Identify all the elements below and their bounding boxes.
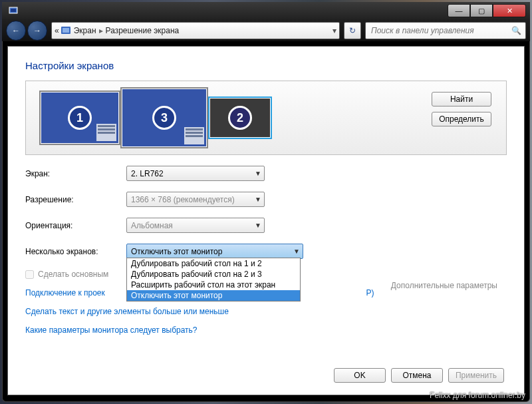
- advanced-link[interactable]: Дополнительные параметры: [391, 281, 497, 290]
- svg-rect-3: [63, 28, 69, 33]
- resolution-combo[interactable]: 1366 × 768 (рекомендуется) ▼: [126, 192, 265, 207]
- screen-label: Экран:: [25, 169, 126, 178]
- cancel-button[interactable]: Отмена: [391, 368, 443, 383]
- monitor-thumb-2[interactable]: 2: [208, 97, 272, 139]
- dropdown-option[interactable]: Дублировать рабочий стол на 2 и 3: [127, 269, 300, 280]
- svg-rect-10: [186, 132, 203, 134]
- which-settings-link[interactable]: Какие параметры монитора следует выбрать…: [25, 325, 507, 335]
- svg-rect-7: [98, 132, 115, 134]
- chevron-right-icon: ▸: [99, 26, 103, 35]
- minimize-button[interactable]: —: [448, 4, 470, 17]
- refresh-button[interactable]: ↻: [344, 22, 361, 39]
- nav-bar: ← → « Экран ▸ Разрешение экрана ▾ ↻ 🔍: [2, 19, 530, 41]
- chevron-down-icon[interactable]: ▾: [332, 26, 336, 35]
- dropdown-option[interactable]: Отключить этот монитор: [127, 290, 300, 301]
- watermark: Felixx для forum.onliner.by: [430, 391, 525, 400]
- combo-value: 1366 × 768 (рекомендуется): [131, 195, 235, 204]
- page-title: Настройки экранов: [25, 60, 507, 71]
- svg-rect-1: [11, 9, 16, 12]
- multiple-dropdown[interactable]: Дублировать рабочий стол на 1 и 2Дублиро…: [126, 258, 301, 302]
- chevron-down-icon: ▼: [255, 222, 261, 229]
- client-area: Настройки экранов 132 Найти Определить Э…: [7, 46, 525, 395]
- monitor-number: 1: [68, 106, 92, 130]
- dropdown-option[interactable]: Дублировать рабочий стол на 1 и 2: [127, 258, 300, 269]
- search-box[interactable]: 🔍: [365, 22, 526, 39]
- ok-button[interactable]: OK: [334, 368, 386, 383]
- orientation-label: Ориентация:: [25, 221, 126, 230]
- svg-rect-6: [98, 128, 115, 130]
- primary-checkbox-input: [25, 270, 34, 279]
- combo-value: Отключить этот монитор: [131, 247, 222, 256]
- monitor-number: 2: [228, 106, 252, 130]
- svg-rect-9: [186, 128, 203, 130]
- maximize-button[interactable]: ▢: [470, 4, 493, 17]
- window-icon: [9, 6, 18, 15]
- breadcrumb-item[interactable]: Экран: [74, 26, 96, 35]
- resolution-label: Разрешение:: [25, 195, 126, 204]
- chevron-down-icon: ▼: [255, 170, 261, 177]
- close-button[interactable]: ✕: [493, 4, 526, 17]
- breadcrumb-overflow[interactable]: «: [55, 26, 59, 35]
- control-panel-icon: [61, 25, 71, 36]
- breadcrumb[interactable]: « Экран ▸ Разрешение экрана ▾: [51, 22, 340, 39]
- identify-button[interactable]: Определить: [432, 112, 491, 126]
- titlebar[interactable]: — ▢ ✕: [2, 2, 530, 19]
- orientation-combo[interactable]: Альбомная ▼: [126, 218, 265, 233]
- window-frame: — ▢ ✕ ← → « Экран ▸ Разрешение экрана ▾ …: [2, 2, 530, 402]
- monitor-thumb-3[interactable]: 3: [120, 87, 208, 148]
- combo-value: 2. LR762: [131, 169, 164, 178]
- refresh-icon: ↻: [349, 26, 356, 35]
- find-button[interactable]: Найти: [432, 92, 491, 106]
- apply-button[interactable]: Применить: [448, 368, 504, 383]
- dropdown-option[interactable]: Расширить рабочий стол на этот экран: [127, 280, 300, 290]
- monitor-number: 3: [152, 106, 176, 130]
- arrow-right-icon: →: [33, 26, 41, 35]
- breadcrumb-item[interactable]: Разрешение экрана: [106, 26, 180, 35]
- primary-checkbox-label: Сделать основным: [38, 270, 108, 279]
- arrow-left-icon: ←: [12, 26, 20, 35]
- forward-button[interactable]: →: [27, 21, 47, 41]
- monitor-preview[interactable]: 132 Найти Определить: [25, 81, 507, 155]
- combo-value: Альбомная: [131, 221, 173, 230]
- monitor-thumb-1[interactable]: 1: [39, 91, 120, 145]
- screen-combo[interactable]: 2. LR762 ▼: [126, 166, 265, 181]
- multiple-label: Несколько экранов:: [25, 247, 126, 256]
- chevron-down-icon: ▼: [255, 196, 261, 203]
- search-icon[interactable]: 🔍: [511, 26, 521, 35]
- multiple-combo[interactable]: Отключить этот монитор ▼ Дублировать раб…: [126, 244, 303, 259]
- chevron-down-icon: ▼: [293, 248, 300, 255]
- svg-rect-11: [186, 135, 203, 137]
- text-size-link[interactable]: Сделать текст и другие элементы больше и…: [25, 307, 507, 316]
- search-input[interactable]: [370, 25, 511, 36]
- back-button[interactable]: ←: [6, 21, 26, 41]
- svg-rect-5: [98, 125, 115, 127]
